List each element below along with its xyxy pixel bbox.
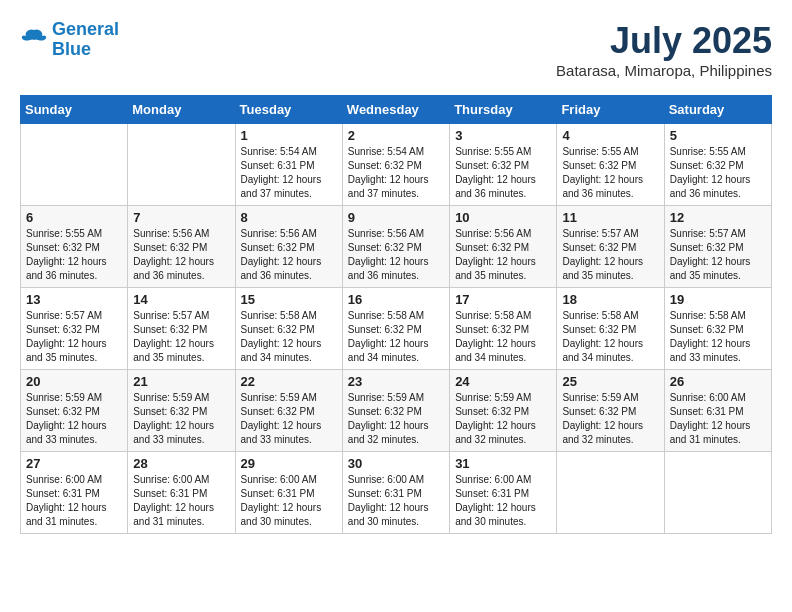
day-number: 3 — [455, 128, 551, 143]
calendar-cell: 13Sunrise: 5:57 AM Sunset: 6:32 PM Dayli… — [21, 288, 128, 370]
cell-info: Sunrise: 5:55 AM Sunset: 6:32 PM Dayligh… — [562, 145, 658, 201]
day-number: 5 — [670, 128, 766, 143]
day-number: 23 — [348, 374, 444, 389]
day-number: 16 — [348, 292, 444, 307]
cell-info: Sunrise: 6:00 AM Sunset: 6:31 PM Dayligh… — [348, 473, 444, 529]
day-number: 12 — [670, 210, 766, 225]
cell-info: Sunrise: 5:54 AM Sunset: 6:31 PM Dayligh… — [241, 145, 337, 201]
cell-info: Sunrise: 6:00 AM Sunset: 6:31 PM Dayligh… — [455, 473, 551, 529]
day-number: 29 — [241, 456, 337, 471]
calendar-cell: 9Sunrise: 5:56 AM Sunset: 6:32 PM Daylig… — [342, 206, 449, 288]
calendar-cell: 7Sunrise: 5:56 AM Sunset: 6:32 PM Daylig… — [128, 206, 235, 288]
day-number: 20 — [26, 374, 122, 389]
calendar-cell: 20Sunrise: 5:59 AM Sunset: 6:32 PM Dayli… — [21, 370, 128, 452]
day-number: 6 — [26, 210, 122, 225]
calendar-cell: 5Sunrise: 5:55 AM Sunset: 6:32 PM Daylig… — [664, 124, 771, 206]
calendar-cell: 16Sunrise: 5:58 AM Sunset: 6:32 PM Dayli… — [342, 288, 449, 370]
calendar-week-4: 20Sunrise: 5:59 AM Sunset: 6:32 PM Dayli… — [21, 370, 772, 452]
calendar-cell: 14Sunrise: 5:57 AM Sunset: 6:32 PM Dayli… — [128, 288, 235, 370]
cell-info: Sunrise: 5:58 AM Sunset: 6:32 PM Dayligh… — [455, 309, 551, 365]
cell-info: Sunrise: 5:59 AM Sunset: 6:32 PM Dayligh… — [133, 391, 229, 447]
calendar-week-5: 27Sunrise: 6:00 AM Sunset: 6:31 PM Dayli… — [21, 452, 772, 534]
calendar-cell: 30Sunrise: 6:00 AM Sunset: 6:31 PM Dayli… — [342, 452, 449, 534]
cell-info: Sunrise: 5:56 AM Sunset: 6:32 PM Dayligh… — [455, 227, 551, 283]
calendar-cell: 28Sunrise: 6:00 AM Sunset: 6:31 PM Dayli… — [128, 452, 235, 534]
day-number: 14 — [133, 292, 229, 307]
cell-info: Sunrise: 5:55 AM Sunset: 6:32 PM Dayligh… — [455, 145, 551, 201]
cell-info: Sunrise: 5:56 AM Sunset: 6:32 PM Dayligh… — [241, 227, 337, 283]
calendar-cell: 22Sunrise: 5:59 AM Sunset: 6:32 PM Dayli… — [235, 370, 342, 452]
calendar-cell: 12Sunrise: 5:57 AM Sunset: 6:32 PM Dayli… — [664, 206, 771, 288]
cell-info: Sunrise: 5:58 AM Sunset: 6:32 PM Dayligh… — [241, 309, 337, 365]
cell-info: Sunrise: 5:58 AM Sunset: 6:32 PM Dayligh… — [348, 309, 444, 365]
cell-info: Sunrise: 5:57 AM Sunset: 6:32 PM Dayligh… — [670, 227, 766, 283]
calendar-cell: 11Sunrise: 5:57 AM Sunset: 6:32 PM Dayli… — [557, 206, 664, 288]
weekday-header-wednesday: Wednesday — [342, 96, 449, 124]
cell-info: Sunrise: 5:57 AM Sunset: 6:32 PM Dayligh… — [562, 227, 658, 283]
day-number: 1 — [241, 128, 337, 143]
calendar-cell: 6Sunrise: 5:55 AM Sunset: 6:32 PM Daylig… — [21, 206, 128, 288]
day-number: 17 — [455, 292, 551, 307]
weekday-header-sunday: Sunday — [21, 96, 128, 124]
cell-info: Sunrise: 5:55 AM Sunset: 6:32 PM Dayligh… — [670, 145, 766, 201]
calendar-table: SundayMondayTuesdayWednesdayThursdayFrid… — [20, 95, 772, 534]
day-number: 27 — [26, 456, 122, 471]
day-number: 26 — [670, 374, 766, 389]
calendar-cell: 2Sunrise: 5:54 AM Sunset: 6:32 PM Daylig… — [342, 124, 449, 206]
title-block: July 2025 Batarasa, Mimaropa, Philippine… — [556, 20, 772, 79]
calendar-cell: 18Sunrise: 5:58 AM Sunset: 6:32 PM Dayli… — [557, 288, 664, 370]
day-number: 2 — [348, 128, 444, 143]
weekday-header-saturday: Saturday — [664, 96, 771, 124]
calendar-cell: 3Sunrise: 5:55 AM Sunset: 6:32 PM Daylig… — [450, 124, 557, 206]
logo-text: GeneralBlue — [52, 20, 119, 60]
day-number: 7 — [133, 210, 229, 225]
day-number: 9 — [348, 210, 444, 225]
calendar-cell: 27Sunrise: 6:00 AM Sunset: 6:31 PM Dayli… — [21, 452, 128, 534]
calendar-cell — [664, 452, 771, 534]
day-number: 22 — [241, 374, 337, 389]
month-year-title: July 2025 — [556, 20, 772, 62]
cell-info: Sunrise: 5:56 AM Sunset: 6:32 PM Dayligh… — [133, 227, 229, 283]
page-header: GeneralBlue July 2025 Batarasa, Mimaropa… — [20, 20, 772, 79]
day-number: 8 — [241, 210, 337, 225]
cell-info: Sunrise: 5:59 AM Sunset: 6:32 PM Dayligh… — [562, 391, 658, 447]
day-number: 30 — [348, 456, 444, 471]
cell-info: Sunrise: 5:59 AM Sunset: 6:32 PM Dayligh… — [26, 391, 122, 447]
day-number: 21 — [133, 374, 229, 389]
day-number: 19 — [670, 292, 766, 307]
calendar-cell — [557, 452, 664, 534]
calendar-week-1: 1Sunrise: 5:54 AM Sunset: 6:31 PM Daylig… — [21, 124, 772, 206]
cell-info: Sunrise: 6:00 AM Sunset: 6:31 PM Dayligh… — [133, 473, 229, 529]
location-subtitle: Batarasa, Mimaropa, Philippines — [556, 62, 772, 79]
cell-info: Sunrise: 5:59 AM Sunset: 6:32 PM Dayligh… — [348, 391, 444, 447]
calendar-week-3: 13Sunrise: 5:57 AM Sunset: 6:32 PM Dayli… — [21, 288, 772, 370]
calendar-cell: 17Sunrise: 5:58 AM Sunset: 6:32 PM Dayli… — [450, 288, 557, 370]
day-number: 4 — [562, 128, 658, 143]
cell-info: Sunrise: 5:55 AM Sunset: 6:32 PM Dayligh… — [26, 227, 122, 283]
day-number: 18 — [562, 292, 658, 307]
day-number: 10 — [455, 210, 551, 225]
day-number: 28 — [133, 456, 229, 471]
calendar-cell: 15Sunrise: 5:58 AM Sunset: 6:32 PM Dayli… — [235, 288, 342, 370]
day-number: 11 — [562, 210, 658, 225]
cell-info: Sunrise: 5:56 AM Sunset: 6:32 PM Dayligh… — [348, 227, 444, 283]
weekday-header-friday: Friday — [557, 96, 664, 124]
weekday-header-thursday: Thursday — [450, 96, 557, 124]
cell-info: Sunrise: 5:57 AM Sunset: 6:32 PM Dayligh… — [133, 309, 229, 365]
cell-info: Sunrise: 5:58 AM Sunset: 6:32 PM Dayligh… — [562, 309, 658, 365]
calendar-cell: 29Sunrise: 6:00 AM Sunset: 6:31 PM Dayli… — [235, 452, 342, 534]
cell-info: Sunrise: 6:00 AM Sunset: 6:31 PM Dayligh… — [670, 391, 766, 447]
weekday-header-row: SundayMondayTuesdayWednesdayThursdayFrid… — [21, 96, 772, 124]
day-number: 24 — [455, 374, 551, 389]
calendar-cell: 10Sunrise: 5:56 AM Sunset: 6:32 PM Dayli… — [450, 206, 557, 288]
day-number: 31 — [455, 456, 551, 471]
calendar-cell — [128, 124, 235, 206]
calendar-cell: 21Sunrise: 5:59 AM Sunset: 6:32 PM Dayli… — [128, 370, 235, 452]
day-number: 15 — [241, 292, 337, 307]
cell-info: Sunrise: 6:00 AM Sunset: 6:31 PM Dayligh… — [241, 473, 337, 529]
calendar-week-2: 6Sunrise: 5:55 AM Sunset: 6:32 PM Daylig… — [21, 206, 772, 288]
weekday-header-tuesday: Tuesday — [235, 96, 342, 124]
logo: GeneralBlue — [20, 20, 119, 60]
day-number: 25 — [562, 374, 658, 389]
day-number: 13 — [26, 292, 122, 307]
